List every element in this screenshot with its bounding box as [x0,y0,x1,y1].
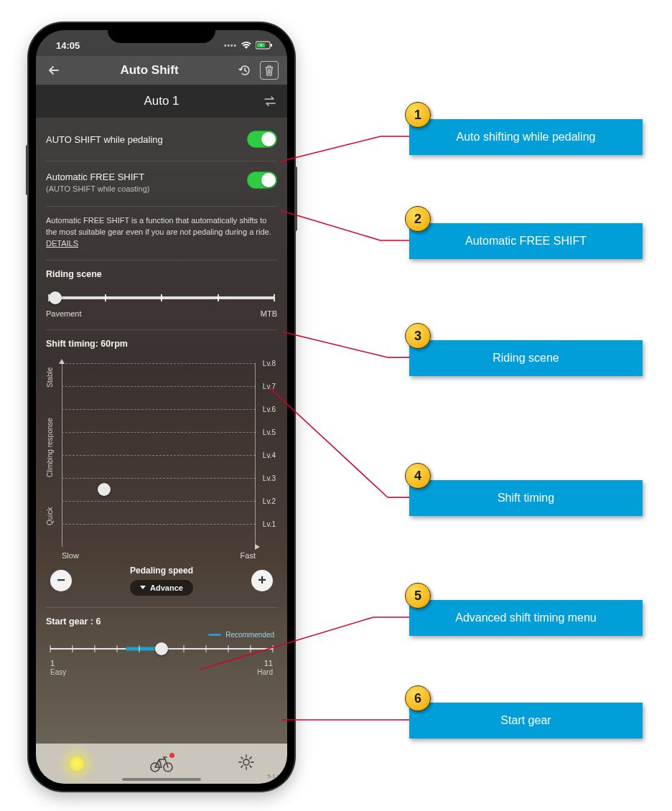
phone-frame: 14:05 •••• Auto Shift [29,23,294,791]
pedaling-speed-label: Pedaling speed [72,566,251,576]
callout-text-2: Automatic FREE SHIFT [465,235,587,248]
riding-scene-slider[interactable] [49,291,274,305]
tab-light-icon[interactable] [67,754,86,773]
start-gear-max: 11 [264,659,273,667]
callout-badge-6: 6 [405,685,431,711]
notification-dot-icon [169,753,174,758]
row-auto-shift-pedaling: AUTO SHIFT while pedaling [46,118,277,161]
details-link[interactable]: DETAILS [46,239,78,248]
automatic-free-shift-toggle[interactable] [247,172,277,189]
tab-settings-icon[interactable] [237,753,256,774]
start-gear-slider[interactable] [50,642,273,656]
callout-2: 2 Automatic FREE SHIFT [409,223,643,259]
callout-4: 4 Shift timing [409,480,643,516]
svg-point-5 [243,759,249,765]
recommended-swatch [208,634,221,636]
timing-x-left: Slow [62,551,79,560]
status-right: •••• [224,41,273,50]
shift-timing-thumb[interactable] [98,483,111,496]
profile-name: Auto 1 [144,94,179,108]
callout-text-4: Shift timing [498,492,554,505]
tab-bike-icon[interactable] [149,755,174,772]
advance-label: Advance [150,583,183,592]
svg-line-6 [280,136,381,161]
automatic-free-shift-sub: (AUTO SHIFT while coasting) [46,184,149,193]
scene-left-label: Pavement [46,309,82,318]
callout-badge-1: 1 [405,102,431,128]
timing-x-right: Fast [241,551,256,560]
callout-1: 1 Auto shifting while pedaling [409,119,643,155]
start-gear-thumb [155,642,168,655]
tab-bar: 5.1.6 [36,744,287,784]
history-button[interactable] [235,61,254,80]
free-shift-description-text: Automatic FREE SHIFT is a function that … [46,216,271,236]
scene-right-label: MTB [261,309,277,318]
callout-badge-5: 5 [405,583,431,609]
pedal-plus-button[interactable]: + [251,570,273,591]
start-gear-section: Start gear : 6 Recommended [46,608,277,686]
auto-shift-pedaling-label: AUTO SHIFT while pedaling [46,134,163,145]
riding-scene-title: Riding scene [46,269,277,279]
callout-badge-4: 4 [405,463,431,489]
free-shift-description: Automatic FREE SHIFT is a function that … [46,207,277,261]
start-gear-min: 1 [50,659,55,667]
content: AUTO SHIFT while pedaling Automatic FREE… [36,118,287,686]
shift-timing-title: Shift timing: 60rpm [46,339,277,349]
version-label: 5.1.6 [267,773,280,779]
shift-timing-chart[interactable]: Quick Climbing response Stable Lv.8 Lv.7… [46,360,277,547]
auto-shift-pedaling-toggle[interactable] [247,131,277,148]
automatic-free-shift-label: Automatic FREE SHIFT [46,172,149,182]
callout-text-1: Auto shifting while pedaling [457,131,596,144]
start-gear-max-label: Hard [257,668,273,676]
riding-scene-section: Riding scene Pavement MTB [46,261,277,330]
callout-text-3: Riding scene [493,352,559,365]
start-gear-min-label: Easy [50,668,66,676]
recommended-label: Recommended [225,631,274,639]
timing-grid: Lv.8 Lv.7 Lv.6 Lv.5 Lv.4 Lv.3 Lv.2 Lv.1 [62,363,256,547]
callout-text-5: Advanced shift timing menu [455,611,597,624]
cellular-dots-icon: •••• [224,42,237,50]
shift-timing-section: Shift timing: 60rpm Quick Climbing respo… [46,330,277,608]
svg-line-10 [281,332,388,357]
callout-text-6: Start gear [500,714,551,727]
timing-y-bottom: Quick [46,507,54,525]
row-automatic-free-shift: Automatic FREE SHIFT (AUTO SHIFT while c… [46,161,277,207]
wifi-icon [241,41,252,50]
start-gear-title: Start gear : 6 [46,617,277,627]
battery-icon [256,41,273,50]
pedal-minus-button[interactable]: − [50,570,72,591]
start-gear-recommended-range [126,647,157,650]
callout-6: 6 Start gear [409,703,643,739]
profile-header: Auto 1 [36,85,287,118]
nav-bar: Auto Shift [36,56,287,85]
timing-y-top: Stable [46,367,54,388]
screen: 14:05 •••• Auto Shift [36,30,287,784]
home-indicator [122,778,201,781]
swap-profile-button[interactable] [263,94,277,108]
timing-y-mid: Climbing response [46,418,54,477]
advance-menu-button[interactable]: Advance [130,580,193,596]
riding-scene-thumb [49,291,62,304]
callout-5: 5 Advanced shift timing menu [409,600,643,636]
notch [108,23,215,43]
status-time: 14:05 [56,40,80,51]
callout-badge-3: 3 [405,323,431,349]
nav-title: Auto Shift [69,63,230,78]
chevron-down-icon [140,586,146,589]
callout-badge-2: 2 [405,206,431,232]
svg-rect-1 [271,44,272,47]
callout-3: 3 Riding scene [409,340,643,376]
back-button[interactable] [45,61,63,80]
delete-button[interactable] [260,61,279,80]
